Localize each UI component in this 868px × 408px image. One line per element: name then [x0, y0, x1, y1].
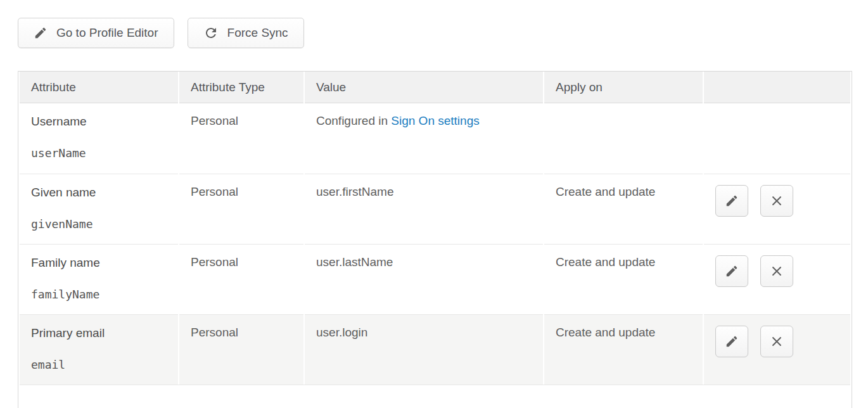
table-header-row: Attribute Attribute Type Value Apply on	[20, 72, 850, 103]
attribute-cell: Primary email email	[20, 314, 178, 385]
attribute-display-name: Family name	[31, 255, 170, 270]
delete-attribute-button[interactable]	[760, 326, 793, 357]
toolbar: Go to Profile Editor Force Sync	[18, 18, 304, 48]
actions-cell	[704, 244, 850, 314]
apply-on-cell	[544, 103, 703, 174]
empty-cell	[20, 385, 850, 408]
actions-cell	[704, 314, 850, 385]
attribute-variable-name: familyName	[31, 288, 170, 302]
table-row-given-name: Given name givenName Personal user.first…	[20, 174, 850, 244]
close-icon	[770, 335, 784, 348]
apply-on-cell: Create and update	[544, 314, 703, 385]
pencil-icon	[725, 194, 739, 208]
value-text: Configured in	[316, 114, 391, 127]
attribute-mapping-table: Attribute Attribute Type Value Apply on …	[18, 71, 852, 408]
table-row-partial	[20, 385, 850, 408]
pencil-icon	[725, 335, 739, 348]
apply-on-cell: Create and update	[544, 174, 703, 244]
attribute-variable-name: givenName	[31, 217, 170, 231]
edit-attribute-button[interactable]	[715, 326, 748, 357]
table-row-username: Username userName Personal Configured in…	[20, 103, 850, 174]
column-header-apply-on: Apply on	[544, 72, 703, 103]
actions-cell	[704, 103, 850, 174]
pencil-icon	[34, 26, 48, 40]
close-icon	[770, 194, 784, 208]
column-header-attribute-type: Attribute Type	[179, 72, 303, 103]
attribute-type-cell: Personal	[179, 174, 303, 244]
go-to-profile-editor-label: Go to Profile Editor	[56, 26, 158, 40]
attribute-type-cell: Personal	[179, 314, 303, 385]
value-cell: user.lastName	[305, 244, 543, 314]
sign-on-settings-link[interactable]: Sign On settings	[391, 114, 479, 127]
column-header-attribute: Attribute	[20, 72, 178, 103]
attribute-display-name: Username	[31, 114, 170, 129]
edit-attribute-button[interactable]	[715, 185, 748, 217]
go-to-profile-editor-button[interactable]: Go to Profile Editor	[18, 18, 174, 48]
table-row-primary-email: Primary email email Personal user.login …	[20, 314, 850, 385]
attribute-mappings-page: Go to Profile Editor Force Sync Attribut…	[0, 0, 868, 408]
actions-cell	[704, 174, 850, 244]
column-header-value: Value	[305, 72, 543, 103]
attribute-cell: Family name familyName	[20, 244, 178, 314]
value-cell: Configured in Sign On settings	[305, 103, 543, 174]
close-icon	[770, 264, 784, 278]
attribute-type-cell: Personal	[179, 103, 303, 174]
attribute-cell: Given name givenName	[20, 174, 178, 244]
attribute-display-name: Primary email	[31, 326, 170, 340]
attribute-cell: Username userName	[20, 103, 178, 174]
column-header-actions	[704, 72, 850, 103]
pencil-icon	[725, 264, 739, 278]
attribute-display-name: Given name	[31, 185, 170, 200]
value-cell: user.firstName	[305, 174, 543, 244]
attribute-variable-name: email	[31, 358, 170, 372]
delete-attribute-button[interactable]	[760, 185, 793, 217]
attribute-variable-name: userName	[31, 146, 170, 160]
refresh-icon	[203, 25, 219, 41]
apply-on-cell: Create and update	[544, 244, 703, 314]
attribute-type-cell: Personal	[179, 244, 303, 314]
edit-attribute-button[interactable]	[715, 255, 748, 287]
value-cell: user.login	[305, 314, 543, 385]
force-sync-button[interactable]: Force Sync	[188, 18, 304, 48]
delete-attribute-button[interactable]	[760, 255, 793, 287]
force-sync-label: Force Sync	[227, 26, 288, 40]
table-row-family-name: Family name familyName Personal user.las…	[20, 244, 850, 314]
